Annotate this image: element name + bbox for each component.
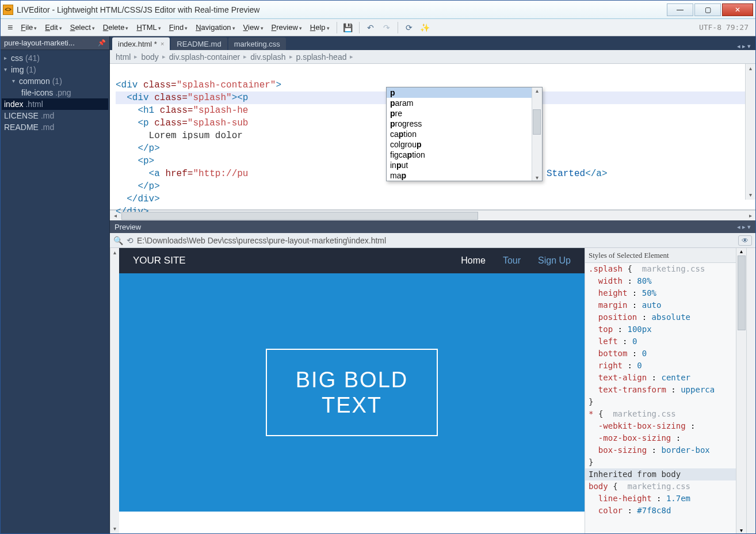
sidebar-tab[interactable]: pure-layout-marketi... 📌 <box>1 36 109 50</box>
preview-left-scroll[interactable]: ▴▾ <box>110 248 119 533</box>
nav-home[interactable]: Home <box>461 255 486 266</box>
file-tree: ▸css(41) ▾img(1) ▾common(1) file-icons.p… <box>1 50 109 135</box>
menu-edit[interactable]: Edit▾ <box>41 21 65 33</box>
hero-box: BIG BOLD TEXT <box>266 349 438 436</box>
app-icon: <> <box>3 5 13 15</box>
tree-file-fileicons[interactable]: file-icons.png <box>2 87 108 98</box>
ac-item[interactable]: figcaption <box>387 150 542 160</box>
window-title: LIVEditor - Lightweight HTML/CSS/JS Edit… <box>17 5 666 14</box>
crumb-body[interactable]: body <box>141 52 158 62</box>
preview-toolbar: 🔍 ⟲ 👁 <box>110 233 755 248</box>
ac-item[interactable]: param <box>387 98 542 108</box>
autocomplete-list: p param pre progress caption colgroup fi… <box>387 87 542 181</box>
styles-panel: Styles of Selected Element .splash { mar… <box>585 248 746 533</box>
main-area: pure-layout-marketi... 📌 ▸css(41) ▾img(1… <box>1 36 755 533</box>
tab-nav-arrows[interactable]: ◂ ▸ ▾ <box>732 43 755 50</box>
undo-icon[interactable]: ↶ <box>365 22 376 33</box>
menu-help[interactable]: Help▾ <box>307 21 333 33</box>
menu-file[interactable]: File▾ <box>17 21 40 33</box>
ac-item[interactable]: caption <box>387 129 542 139</box>
code-editor[interactable]: <div class="splash-container"> <div clas… <box>110 64 755 210</box>
preview-path-input[interactable] <box>137 236 735 245</box>
redo-icon[interactable]: ↷ <box>381 22 392 33</box>
eye-icon[interactable]: 👁 <box>738 235 752 246</box>
editor-hscrollbar[interactable]: ◂▸ <box>110 210 755 220</box>
crumb-p[interactable]: p.splash-head <box>296 52 347 62</box>
crumb-div1[interactable]: div.splash-container <box>169 52 240 62</box>
menu-delete[interactable]: Delete▾ <box>100 21 132 33</box>
editor-vscrollbar[interactable]: ▴ ▾ <box>745 64 755 200</box>
menu-view[interactable]: View▾ <box>240 21 267 33</box>
ac-item[interactable]: pre <box>387 108 542 119</box>
ac-item[interactable]: progress <box>387 119 542 129</box>
autocomplete-scrollbar[interactable]: ▴ ▾ <box>532 87 542 181</box>
site-preview: YOUR SITE Home Tour Sign Up BIG BOLD TEX… <box>119 248 585 533</box>
menu-select[interactable]: Select▾ <box>67 21 98 33</box>
ac-item[interactable]: input <box>387 160 542 170</box>
sidebar: pure-layout-marketi... 📌 ▸css(41) ▾img(1… <box>1 36 110 533</box>
save-icon[interactable]: 💾 <box>342 22 354 33</box>
preview-panel: Preview ◂ ▸ ▾ 🔍 ⟲ 👁 ▴▾ YOUR SITE <box>110 220 755 533</box>
breadcrumb: html▸ body▸ div.splash-container▸ div.sp… <box>110 50 755 64</box>
site-brand: YOUR SITE <box>133 255 186 266</box>
close-button[interactable]: ✕ <box>722 3 753 16</box>
right-gutter <box>746 248 755 533</box>
refresh-icon[interactable]: ⟳ <box>403 22 415 33</box>
inherited-label: Inherited from body <box>585 468 736 480</box>
styles-scrollbar[interactable]: ▴ ▾ <box>736 248 746 533</box>
menubar: ≡ File▾ Edit▾ Select▾ Delete▾ HTML▾ Find… <box>1 19 755 36</box>
nav-tour[interactable]: Tour <box>503 255 521 266</box>
menu-preview[interactable]: Preview▾ <box>268 21 306 33</box>
nav-signup[interactable]: Sign Up <box>538 255 571 266</box>
autocomplete-popup[interactable]: p param pre progress caption colgroup fi… <box>386 87 543 181</box>
ac-item[interactable]: p <box>387 87 542 98</box>
ac-item[interactable]: map <box>387 170 542 181</box>
encoding-indicator: UTF-8 79:27 <box>699 23 752 32</box>
minimize-button[interactable]: — <box>667 3 693 16</box>
preview-body: ▴▾ YOUR SITE Home Tour Sign Up <box>110 248 755 533</box>
crumb-div2[interactable]: div.splash <box>250 52 285 62</box>
menu-html[interactable]: HTML▾ <box>133 21 164 33</box>
styles-title: Styles of Selected Element <box>585 248 736 263</box>
close-tab-icon[interactable]: × <box>161 40 164 47</box>
editor-area: index.html *× README.md marketing.css ◂ … <box>110 36 755 533</box>
menu-navigation[interactable]: Navigation▾ <box>192 21 238 33</box>
tree-file-license[interactable]: LICENSE.md <box>2 110 108 121</box>
titlebar: <> LIVEditor - Lightweight HTML/CSS/JS E… <box>1 1 755 19</box>
sidebar-tab-label: pure-layout-marketi... <box>4 39 75 47</box>
hamburger-icon[interactable]: ≡ <box>4 22 16 33</box>
hero-line1: BIG BOLD <box>296 367 408 392</box>
tree-folder-img[interactable]: ▾img(1) <box>2 64 108 75</box>
hero: BIG BOLD TEXT <box>119 273 585 512</box>
tab-index[interactable]: index.html *× <box>112 37 170 50</box>
crumb-html[interactable]: html <box>116 52 131 62</box>
inspect-icon[interactable]: 🔍 <box>113 236 123 245</box>
pin-icon[interactable]: 📌 <box>98 39 106 47</box>
wand-icon[interactable]: ✨ <box>419 22 431 33</box>
site-nav: YOUR SITE Home Tour Sign Up <box>119 248 585 273</box>
footer-strip <box>119 512 585 533</box>
tree-file-readme[interactable]: README.md <box>2 121 108 133</box>
maximize-button[interactable]: ▢ <box>694 3 721 16</box>
hero-line2: TEXT <box>296 392 408 418</box>
menu-find[interactable]: Find▾ <box>166 21 191 33</box>
document-tabs: index.html *× README.md marketing.css ◂ … <box>110 36 755 50</box>
ac-item[interactable]: colgroup <box>387 139 542 150</box>
tree-folder-css[interactable]: ▸css(41) <box>2 52 108 64</box>
tab-readme[interactable]: README.md <box>171 37 227 50</box>
app-window: <> LIVEditor - Lightweight HTML/CSS/JS E… <box>0 0 756 534</box>
tab-marketing[interactable]: marketing.css <box>228 37 286 50</box>
reload-icon[interactable]: ⟲ <box>127 236 133 245</box>
tree-file-index[interactable]: index.html <box>2 98 108 110</box>
tree-folder-common[interactable]: ▾common(1) <box>2 75 108 87</box>
